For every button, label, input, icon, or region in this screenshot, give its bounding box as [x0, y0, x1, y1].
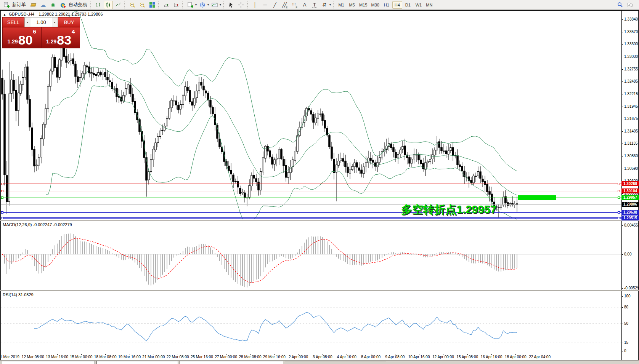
timeframe-M15[interactable]: M15: [358, 1, 369, 9]
price-line-label: 1.29957: [621, 195, 639, 200]
price-tick-label: 1.31945: [624, 104, 638, 109]
chart-shift-button[interactable]: [172, 1, 181, 9]
date-label: 22 Mar 08:00: [167, 355, 189, 359]
timeframe-H4[interactable]: H4: [392, 1, 402, 9]
timeframe-M1[interactable]: M1: [336, 1, 346, 9]
sell-price[interactable]: 1.29 80 6: [3, 27, 42, 48]
autotrade-button[interactable]: [58, 1, 67, 9]
price-tick-label: 1.33570: [624, 30, 638, 34]
date-label: 13 Mar 16:00: [46, 355, 68, 359]
mt4-terminal: 新订单 ☁ ◉ 自动交易: [0, 0, 639, 364]
arrows-tool[interactable]: ⇵: [320, 1, 329, 9]
chart-tab[interactable]: [2, 361, 95, 364]
tile-windows-icon: [149, 2, 155, 8]
price-chart[interactable]: [1, 10, 621, 220]
hline-endpoint[interactable]: [1, 217, 3, 219]
hline-endpoint[interactable]: [1, 190, 3, 192]
new-order-button[interactable]: [2, 1, 11, 9]
new-chart-button[interactable]: [186, 1, 195, 9]
vertical-line-tool[interactable]: │: [250, 1, 260, 9]
cloud-button[interactable]: ☁: [39, 1, 48, 9]
horizontal-line-icon: ─: [263, 2, 267, 7]
channel-tool[interactable]: ╱╱ E: [280, 1, 289, 9]
volume-value[interactable]: 1.00: [31, 18, 52, 27]
chart-tab[interactable]: [285, 361, 386, 364]
volume-decrease-button[interactable]: ▼: [25, 18, 31, 27]
candlestick-chart-button[interactable]: [104, 1, 113, 9]
price-line-label: 1.29515: [621, 216, 639, 220]
new-order-label[interactable]: 新订单: [12, 2, 26, 8]
hline-endpoint[interactable]: [1, 211, 3, 214]
bar-chart-icon: [95, 2, 101, 8]
collapse-arrow-icon[interactable]: ▲: [3, 13, 6, 16]
periods-button[interactable]: [198, 1, 207, 9]
signals-button[interactable]: ◉: [48, 1, 58, 9]
search-button[interactable]: [615, 1, 625, 9]
volume-increase-button[interactable]: ▲: [52, 18, 58, 27]
date-label: 29 Mar 16:00: [263, 355, 286, 359]
sell-button[interactable]: SELL: [2, 17, 24, 27]
channel-letter: E: [286, 6, 288, 9]
chart-tab[interactable]: [96, 361, 178, 364]
line-chart-button[interactable]: [114, 1, 123, 9]
hline-endpoint[interactable]: [618, 196, 620, 199]
new-chart-dropdown[interactable]: ▾: [195, 3, 197, 6]
horizontal-line-tool[interactable]: ─: [260, 1, 270, 9]
template-icon: [212, 2, 218, 8]
search-icon: [617, 2, 623, 8]
bar-chart-button[interactable]: [94, 1, 103, 9]
hline-endpoint[interactable]: [618, 211, 620, 214]
toolbar-grip: [158, 2, 160, 8]
timeframe-W1[interactable]: W1: [414, 1, 424, 9]
price-tick-mark: [621, 57, 623, 57]
zoom-in-button[interactable]: [128, 1, 137, 9]
price-tick-label: 1.32485: [624, 79, 638, 83]
hline-endpoint[interactable]: [618, 190, 620, 192]
rsi-chart[interactable]: [1, 291, 621, 353]
hline-endpoint[interactable]: [618, 183, 620, 185]
timeframe-D1[interactable]: D1: [403, 1, 413, 9]
toolbar-grip: [223, 2, 225, 8]
date-label: 10 Apr 16:00: [408, 355, 430, 359]
templates-dropdown[interactable]: ▾: [220, 3, 221, 6]
chart-tab[interactable]: [180, 361, 283, 364]
timeframe-H1[interactable]: H1: [382, 1, 392, 9]
macd-chart[interactable]: [1, 221, 621, 290]
price-tick-mark: [621, 94, 623, 94]
hline-endpoint[interactable]: [1, 196, 3, 199]
periods-dropdown[interactable]: ▾: [207, 3, 209, 6]
timeframe-MN[interactable]: MN: [424, 1, 434, 9]
hline-endpoint[interactable]: [618, 217, 620, 219]
timeframe-M5[interactable]: M5: [347, 1, 357, 9]
turning-point-annotation[interactable]: 多空转折点1.29957: [401, 202, 496, 217]
trendline-tool[interactable]: ╱: [270, 1, 279, 9]
gold-symbol-button[interactable]: [29, 1, 38, 9]
fibonacci-tool[interactable]: ⋯⋯⋯ F: [290, 1, 299, 9]
date-label: 28 Mar 08:00: [239, 355, 262, 359]
label-tool[interactable]: T: [310, 1, 319, 9]
price-tick-label: 1.32755: [624, 67, 638, 71]
auto-scroll-button[interactable]: [162, 1, 171, 9]
timeframe-M30[interactable]: M30: [369, 1, 381, 9]
fibonacci-letter: F: [295, 6, 297, 9]
autotrade-label[interactable]: 自动交易: [69, 2, 87, 8]
price-tick-label: 1.31405: [624, 129, 638, 133]
buy-button[interactable]: BUY: [58, 17, 80, 27]
chat-button[interactable]: [625, 1, 634, 9]
date-label: 16 Apr 16:00: [481, 355, 503, 359]
tile-windows-button[interactable]: [148, 1, 157, 9]
cursor-button[interactable]: [226, 1, 236, 9]
crosshair-button[interactable]: [236, 1, 246, 9]
date-label: 11 Mar 2019: [0, 355, 19, 359]
price-line-label: 1.30104: [621, 188, 639, 193]
buy-price-big: 83: [57, 35, 71, 46]
buy-price[interactable]: 1.29 83 4: [42, 27, 80, 48]
templates-button[interactable]: [210, 1, 219, 9]
date-axis-line: [0, 354, 639, 354]
zoom-out-button[interactable]: [138, 1, 147, 9]
text-tool[interactable]: A: [300, 1, 309, 9]
hline-endpoint[interactable]: [1, 183, 3, 185]
toolbar-grip: [90, 2, 92, 8]
date-label: 15 Mar 00:00: [70, 355, 92, 359]
arrows-dropdown[interactable]: ▾: [329, 3, 331, 6]
